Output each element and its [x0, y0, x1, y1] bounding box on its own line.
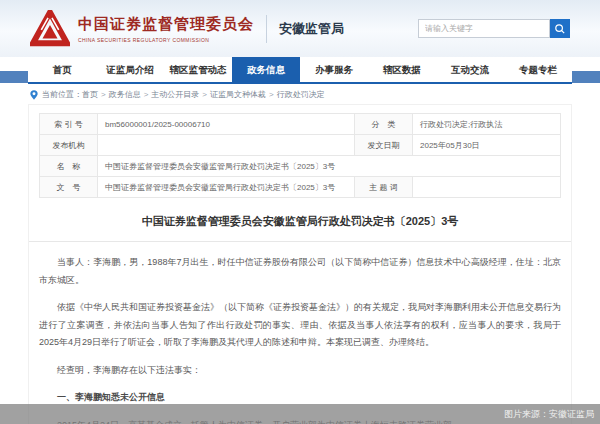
image-source-watermark-bar: 图片来源：安徽证监局: [0, 404, 600, 424]
nav-item-region-news[interactable]: 辖区监管动态: [164, 57, 232, 82]
doc-name-label: 名 称: [40, 156, 98, 177]
org-name-en: CHINA SECURITIES REGULATORY COMMISSION: [78, 37, 254, 43]
breadcrumb-item-gov-info[interactable]: 政务信息: [109, 89, 141, 100]
breadcrumb-item-doc-genre[interactable]: 证监局文种体裁: [210, 89, 266, 100]
nav-item-bureau-intro[interactable]: 证监局介绍: [96, 57, 164, 82]
breadcrumb-item-home[interactable]: 首页: [82, 89, 98, 100]
paragraph-party-info: 当事人：李海鹏，男，1988年7月出生，时任中信证券股份有限公司（以下简称中信证…: [39, 254, 561, 289]
meta-table: 索 引 号 bm56000001/2025-00006710 分 类 行政处罚决…: [39, 113, 561, 198]
org-title-block: 中国证券监督管理委员会 CHINA SECURITIES REGULATORY …: [78, 15, 254, 43]
location-pin-icon: [30, 90, 38, 100]
doc-number-value: 中国证券监督管理委员会安徽监管局行政处罚决定书〔2025〕3号: [98, 177, 355, 198]
paragraph-legal-basis: 依据《中华人民共和国证券投资基金法》（以下简称《证券投资基金法》）的有关规定，我…: [39, 299, 561, 352]
breadcrumb-separator: >: [144, 90, 149, 99]
agency-label: 发布机构: [40, 135, 98, 156]
org-name-cn: 中国证券监督管理委员会: [78, 15, 254, 34]
breadcrumb-separator: >: [269, 90, 274, 99]
nav-item-home[interactable]: 首页: [28, 57, 96, 82]
search-button[interactable]: [550, 19, 570, 38]
page: { "header": { "org_cn": "中国证券监督管理委员会", "…: [0, 0, 600, 424]
header-divider: [266, 15, 267, 43]
issue-date-value: 2025年05月30日: [413, 135, 561, 156]
nav-item-interaction[interactable]: 互动交流: [436, 57, 504, 82]
nav-item-region-data[interactable]: 辖区数据: [368, 57, 436, 82]
breadcrumb-prefix: 当前位置：: [42, 89, 82, 100]
nav-item-gov-info[interactable]: 政务信息: [232, 57, 300, 82]
breadcrumb: 当前位置： 首页 > 政务信息 > 主动公开目录 > 证监局文种体裁 > 行政处…: [28, 84, 572, 104]
main-nav: 首页 证监局介绍 辖区监管动态 政务信息 办事服务 辖区数据 互动交流 专题专栏: [0, 57, 600, 84]
breadcrumb-item-penalty-decision[interactable]: 行政处罚决定: [277, 89, 325, 100]
nav-menu: 首页 证监局介绍 辖区监管动态 政务信息 办事服务 辖区数据 互动交流 专题专栏: [28, 57, 572, 84]
content-area: 索 引 号 bm56000001/2025-00006710 分 类 行政处罚决…: [28, 104, 572, 424]
index-number-value: bm56000001/2025-00006710: [98, 114, 355, 135]
doc-number-label: 文 号: [40, 177, 98, 198]
table-row: 名 称 中国证券监督管理委员会安徽监管局行政处罚决定书〔2025〕3号: [40, 156, 561, 177]
subject-words-label: 主 题 词: [355, 177, 413, 198]
breadcrumb-item-open-catalog[interactable]: 主动公开目录: [151, 89, 199, 100]
doc-name-value: 中国证券监督管理委员会安徽监管局行政处罚决定书〔2025〕3号: [98, 156, 561, 177]
index-number-label: 索 引 号: [40, 114, 98, 135]
table-row: 文 号 中国证券监督管理委员会安徽监管局行政处罚决定书〔2025〕3号 主 题 …: [40, 177, 561, 198]
csrc-logo-icon: [30, 10, 70, 48]
document-title: 中国证券监督管理委员会安徽监管局行政处罚决定书〔2025〕3号: [39, 214, 561, 229]
search-input[interactable]: [418, 19, 550, 38]
category-label: 分 类: [355, 114, 413, 135]
site-header: 中国证券监督管理委员会 CHINA SECURITIES REGULATORY …: [0, 0, 600, 57]
nav-item-services[interactable]: 办事服务: [300, 57, 368, 82]
search-icon: [554, 23, 566, 35]
category-value: 行政处罚决定;行政执法: [413, 114, 561, 135]
subject-words-value: [413, 177, 561, 198]
paragraph-findings-intro: 经查明，李海鹏存在以下违法事实：: [39, 362, 561, 380]
issue-date-label: 发文日期: [355, 135, 413, 156]
breadcrumb-separator: >: [101, 90, 106, 99]
agency-value: [98, 135, 355, 156]
bureau-name: 安徽监管局: [279, 20, 344, 38]
nav-item-special-topics[interactable]: 专题专栏: [504, 57, 572, 82]
search-bar: [418, 19, 570, 38]
image-source-watermark-text: 图片来源：安徽证监局: [504, 408, 594, 421]
breadcrumb-separator: >: [202, 90, 207, 99]
table-row: 索 引 号 bm56000001/2025-00006710 分 类 行政处罚决…: [40, 114, 561, 135]
title-divider: [29, 241, 571, 242]
table-row: 发布机构 发文日期 2025年05月30日: [40, 135, 561, 156]
